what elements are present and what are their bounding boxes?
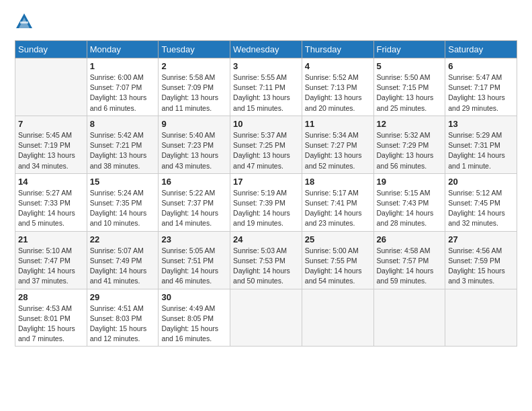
calendar-day-cell: 21Sunrise: 5:10 AMSunset: 7:47 PMDayligh… (15, 231, 87, 289)
calendar-day-cell (445, 289, 517, 347)
calendar-day-cell (373, 289, 445, 347)
calendar-day-cell: 27Sunrise: 4:56 AMSunset: 7:59 PMDayligh… (445, 231, 517, 289)
calendar-day-cell: 26Sunrise: 4:58 AMSunset: 7:57 PMDayligh… (373, 231, 445, 289)
day-info: Sunrise: 4:49 AMSunset: 8:05 PMDaylight:… (161, 304, 227, 345)
calendar-day-cell: 22Sunrise: 5:07 AMSunset: 7:49 PMDayligh… (87, 231, 159, 289)
calendar-day-cell: 10Sunrise: 5:37 AMSunset: 7:25 PMDayligh… (230, 116, 302, 173)
calendar-day-cell: 25Sunrise: 5:00 AMSunset: 7:55 PMDayligh… (302, 231, 373, 289)
day-number: 1 (90, 61, 156, 71)
calendar-header-day: Saturday (445, 41, 517, 58)
calendar-day-cell: 4Sunrise: 5:52 AMSunset: 7:13 PMDaylight… (302, 58, 373, 116)
day-info: Sunrise: 5:45 AMSunset: 7:19 PMDaylight:… (18, 130, 84, 171)
day-info: Sunrise: 5:10 AMSunset: 7:47 PMDaylight:… (18, 246, 84, 287)
day-info: Sunrise: 5:50 AMSunset: 7:15 PMDaylight:… (377, 73, 443, 113)
calendar-day-cell: 8Sunrise: 5:42 AMSunset: 7:21 PMDaylight… (87, 116, 159, 173)
day-info: Sunrise: 5:17 AMSunset: 7:41 PMDaylight:… (305, 188, 371, 229)
calendar-header-day: Thursday (302, 41, 373, 58)
calendar-header-day: Sunday (15, 41, 87, 58)
calendar-week-row: 7Sunrise: 5:45 AMSunset: 7:19 PMDaylight… (15, 116, 517, 173)
day-info: Sunrise: 5:00 AMSunset: 7:55 PMDaylight:… (305, 246, 371, 287)
day-number: 14 (18, 177, 84, 187)
day-info: Sunrise: 4:58 AMSunset: 7:57 PMDaylight:… (377, 246, 443, 287)
header (15, 12, 517, 31)
day-info: Sunrise: 5:55 AMSunset: 7:11 PMDaylight:… (233, 73, 299, 113)
day-number: 9 (161, 119, 227, 129)
day-number: 23 (161, 234, 227, 244)
day-number: 21 (18, 234, 84, 244)
day-number: 16 (161, 177, 227, 187)
day-info: Sunrise: 4:51 AMSunset: 8:03 PMDaylight:… (90, 304, 156, 345)
calendar-week-row: 21Sunrise: 5:10 AMSunset: 7:47 PMDayligh… (15, 231, 517, 289)
calendar-header-day: Friday (373, 41, 445, 58)
day-number: 4 (305, 61, 371, 71)
logo (15, 12, 36, 31)
day-info: Sunrise: 5:22 AMSunset: 7:37 PMDaylight:… (161, 188, 227, 229)
calendar-day-cell: 5Sunrise: 5:50 AMSunset: 7:15 PMDaylight… (373, 58, 445, 116)
day-number: 2 (161, 61, 227, 71)
calendar-day-cell: 18Sunrise: 5:17 AMSunset: 7:41 PMDayligh… (302, 173, 373, 231)
day-info: Sunrise: 5:27 AMSunset: 7:33 PMDaylight:… (18, 188, 84, 229)
day-number: 17 (233, 177, 299, 187)
calendar-week-row: 14Sunrise: 5:27 AMSunset: 7:33 PMDayligh… (15, 173, 517, 231)
day-info: Sunrise: 5:19 AMSunset: 7:39 PMDaylight:… (233, 188, 299, 229)
day-info: Sunrise: 5:15 AMSunset: 7:43 PMDaylight:… (377, 188, 443, 229)
calendar-day-cell: 20Sunrise: 5:12 AMSunset: 7:45 PMDayligh… (445, 173, 517, 231)
day-info: Sunrise: 5:58 AMSunset: 7:09 PMDaylight:… (161, 73, 227, 113)
day-info: Sunrise: 4:53 AMSunset: 8:01 PMDaylight:… (18, 304, 84, 345)
calendar-table: SundayMondayTuesdayWednesdayThursdayFrid… (15, 40, 517, 347)
calendar-day-cell: 3Sunrise: 5:55 AMSunset: 7:11 PMDaylight… (230, 58, 302, 116)
day-number: 18 (305, 177, 371, 187)
calendar-day-cell (302, 289, 373, 347)
day-number: 24 (233, 234, 299, 244)
calendar-day-cell: 14Sunrise: 5:27 AMSunset: 7:33 PMDayligh… (15, 173, 87, 231)
day-number: 6 (448, 61, 514, 71)
day-number: 8 (90, 119, 156, 129)
day-number: 5 (377, 61, 443, 71)
day-number: 27 (448, 234, 514, 244)
calendar-day-cell: 23Sunrise: 5:05 AMSunset: 7:51 PMDayligh… (159, 231, 230, 289)
calendar-body: 1Sunrise: 6:00 AMSunset: 7:07 PMDaylight… (15, 58, 517, 347)
day-number: 26 (377, 234, 443, 244)
day-info: Sunrise: 4:56 AMSunset: 7:59 PMDaylight:… (448, 246, 514, 287)
calendar-day-cell: 17Sunrise: 5:19 AMSunset: 7:39 PMDayligh… (230, 173, 302, 231)
day-number: 25 (305, 234, 371, 244)
day-info: Sunrise: 5:05 AMSunset: 7:51 PMDaylight:… (161, 246, 227, 287)
calendar-day-cell: 29Sunrise: 4:51 AMSunset: 8:03 PMDayligh… (87, 289, 159, 347)
day-info: Sunrise: 5:24 AMSunset: 7:35 PMDaylight:… (90, 188, 156, 229)
day-number: 11 (305, 119, 371, 129)
day-number: 7 (18, 119, 84, 129)
calendar-day-cell (230, 289, 302, 347)
calendar-header-day: Wednesday (230, 41, 302, 58)
calendar-week-row: 1Sunrise: 6:00 AMSunset: 7:07 PMDaylight… (15, 58, 517, 116)
day-number: 19 (377, 177, 443, 187)
day-number: 3 (233, 61, 299, 71)
calendar-day-cell: 12Sunrise: 5:32 AMSunset: 7:29 PMDayligh… (373, 116, 445, 173)
svg-rect-2 (20, 21, 28, 24)
day-info: Sunrise: 5:03 AMSunset: 7:53 PMDaylight:… (233, 246, 299, 287)
calendar-day-cell: 7Sunrise: 5:45 AMSunset: 7:19 PMDaylight… (15, 116, 87, 173)
day-info: Sunrise: 5:12 AMSunset: 7:45 PMDaylight:… (448, 188, 514, 229)
calendar-day-cell: 15Sunrise: 5:24 AMSunset: 7:35 PMDayligh… (87, 173, 159, 231)
day-info: Sunrise: 5:07 AMSunset: 7:49 PMDaylight:… (90, 246, 156, 287)
calendar-week-row: 28Sunrise: 4:53 AMSunset: 8:01 PMDayligh… (15, 289, 517, 347)
calendar-day-cell: 30Sunrise: 4:49 AMSunset: 8:05 PMDayligh… (159, 289, 230, 347)
calendar-day-cell: 19Sunrise: 5:15 AMSunset: 7:43 PMDayligh… (373, 173, 445, 231)
day-info: Sunrise: 6:00 AMSunset: 7:07 PMDaylight:… (90, 73, 156, 113)
calendar-day-cell (15, 58, 87, 116)
calendar-header-day: Monday (87, 41, 159, 58)
day-info: Sunrise: 5:52 AMSunset: 7:13 PMDaylight:… (305, 73, 371, 113)
calendar-day-cell: 6Sunrise: 5:47 AMSunset: 7:17 PMDaylight… (445, 58, 517, 116)
day-info: Sunrise: 5:29 AMSunset: 7:31 PMDaylight:… (448, 130, 514, 171)
day-number: 12 (377, 119, 443, 129)
day-info: Sunrise: 5:37 AMSunset: 7:25 PMDaylight:… (233, 130, 299, 171)
day-number: 13 (448, 119, 514, 129)
calendar-header-row: SundayMondayTuesdayWednesdayThursdayFrid… (15, 41, 517, 58)
calendar-day-cell: 24Sunrise: 5:03 AMSunset: 7:53 PMDayligh… (230, 231, 302, 289)
day-number: 28 (18, 292, 84, 302)
day-number: 22 (90, 234, 156, 244)
calendar-day-cell: 28Sunrise: 4:53 AMSunset: 8:01 PMDayligh… (15, 289, 87, 347)
calendar-day-cell: 1Sunrise: 6:00 AMSunset: 7:07 PMDaylight… (87, 58, 159, 116)
calendar-header-day: Tuesday (159, 41, 230, 58)
day-info: Sunrise: 5:32 AMSunset: 7:29 PMDaylight:… (377, 130, 443, 171)
day-info: Sunrise: 5:34 AMSunset: 7:27 PMDaylight:… (305, 130, 371, 171)
